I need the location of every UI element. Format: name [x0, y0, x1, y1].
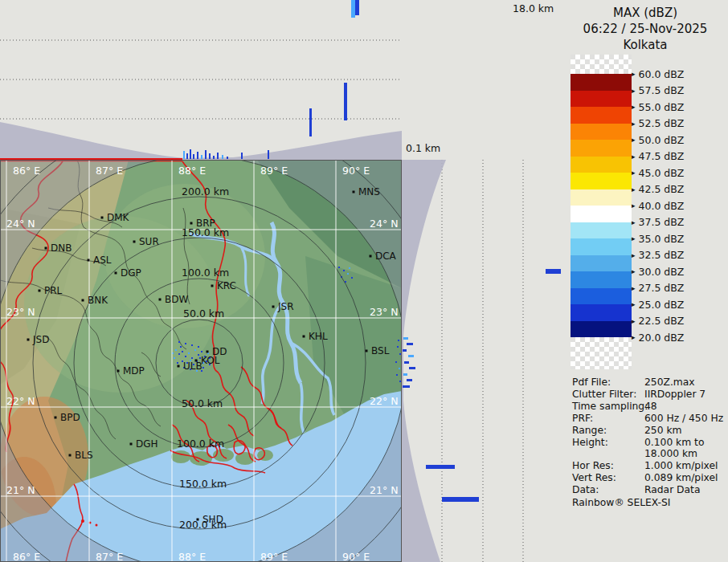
- tick-arrow-icon: ▸: [632, 284, 636, 292]
- city-dot: [133, 241, 136, 243]
- city-label: SUR: [139, 236, 159, 247]
- city-dot: [370, 255, 372, 258]
- colorbar-tick: ▸52.5 dBZ: [632, 117, 684, 130]
- metadata-row: Pdf File:250Z.max: [572, 377, 726, 389]
- colorbar-tick: ▸30.0 dBZ: [632, 265, 684, 278]
- colorbar-checker-bottom: [571, 337, 632, 369]
- city-label: ASL: [93, 255, 112, 266]
- city-dot: [272, 306, 275, 308]
- colorbar-band: [571, 304, 632, 321]
- longitude-label: 88° E: [178, 165, 206, 177]
- metadata-label: Height:: [572, 437, 644, 449]
- city-label: BPD: [60, 412, 80, 423]
- tick-arrow-icon: ▸: [632, 300, 636, 308]
- colorbar-checker-top: [571, 55, 632, 74]
- metadata-label: Data:: [572, 484, 644, 496]
- colorbar-band: [571, 288, 632, 305]
- city-label: JSD: [32, 334, 49, 345]
- colorbar-band: [571, 74, 632, 91]
- longitude-label: 87° E: [96, 165, 123, 177]
- tick-arrow-icon: ▸: [632, 333, 636, 341]
- tick-label: 37.5 dBZ: [639, 216, 685, 228]
- city-dot: [353, 191, 355, 193]
- longitude-label: 89° E: [260, 551, 288, 562]
- colorbar-tick: ▸20.0 dBZ: [632, 331, 684, 344]
- latitude-label: 21° N: [6, 484, 35, 496]
- city-dot: [115, 272, 117, 275]
- longitude-label: 89° E: [260, 165, 288, 177]
- tick-label: 55.0 dBZ: [639, 101, 685, 113]
- city-label: DGH: [136, 438, 158, 450]
- colorbar-band: [571, 206, 632, 222]
- metadata-label: Clutter Filter:: [572, 389, 644, 401]
- city-dot: [366, 350, 368, 352]
- metadata-row: Data:Radar Data: [572, 484, 726, 496]
- tick-arrow-icon: ▸: [632, 169, 636, 177]
- tick-arrow-icon: ▸: [632, 251, 636, 259]
- metadata-row: Range:250 km: [572, 425, 726, 437]
- latitude-label: 24° N: [6, 218, 35, 230]
- metadata-value: 250Z.max: [644, 377, 695, 389]
- city-label: KOL: [201, 355, 220, 366]
- metadata-value: 1.000 km/pixel: [644, 460, 718, 472]
- tick-arrow-icon: ▸: [632, 70, 636, 78]
- out-of-range-shade: [402, 160, 446, 562]
- city-label: KHL: [309, 331, 328, 342]
- city-dot: [88, 259, 90, 262]
- product-datetime: 06:22 / 25-Nov-2025: [562, 21, 728, 37]
- colorbar-band: [571, 222, 632, 239]
- tick-label: 60.0 dBZ: [639, 68, 685, 80]
- terrain-plains-2: [104, 184, 265, 328]
- range-ring-label: 150.0 km: [179, 478, 227, 490]
- colorbar-tick: ▸40.0 dBZ: [632, 199, 684, 212]
- side-height-profile-panel: [402, 160, 562, 562]
- metadata-label: Vert Res:: [572, 472, 644, 484]
- city-dot: [39, 290, 41, 292]
- metadata-label: Hor Res:: [572, 460, 644, 472]
- colorbar-tick: ▸22.5 dBZ: [632, 315, 684, 328]
- tick-label: 20.0 dBZ: [639, 332, 685, 344]
- tick-label: 25.0 dBZ: [639, 299, 685, 311]
- station-name: Kolkata: [562, 37, 728, 53]
- city-label: DNB: [51, 242, 72, 254]
- city-label: KRC: [217, 280, 236, 291]
- latitude-label: 21° N: [370, 484, 398, 496]
- colorbar-tick: ▸42.5 dBZ: [632, 183, 684, 196]
- metadata-value: 48: [644, 401, 657, 413]
- colorbar-tick: ▸25.0 dBZ: [632, 298, 684, 311]
- latitude-label: 24° N: [370, 218, 398, 230]
- range-ring-label: 100.0 km: [182, 267, 229, 279]
- colorbar-tick: ▸37.5 dBZ: [632, 216, 684, 229]
- metadata-row: Hor Res:1.000 km/pixel: [572, 460, 726, 472]
- radar-map-canvas[interactable]: 86° E86° E87° E87° E88° E88° E89° E89° E…: [0, 160, 402, 562]
- longitude-label: 87° E: [96, 551, 123, 562]
- longitude-label: 88° E: [178, 551, 206, 562]
- colorbar-band: [571, 271, 632, 288]
- city-label: JSR: [277, 301, 294, 312]
- city-dot: [82, 299, 84, 302]
- metadata-row: Clutter Filter:IIRDoppler 7: [572, 389, 726, 401]
- metadata-row: PRF:600 Hz / 450 Hz: [572, 413, 726, 425]
- dbz-colorbar: [571, 55, 632, 369]
- metadata-row: Vert Res:0.089 km/pixel: [572, 472, 726, 484]
- city-label: BLS: [75, 450, 93, 461]
- metadata-row: Time sampling:48: [572, 401, 726, 413]
- tick-label: 22.5 dBZ: [639, 315, 685, 327]
- longitude-label: 86° E: [13, 551, 40, 562]
- product-metadata: Pdf File:250Z.maxClutter Filter:IIRDoppl…: [572, 377, 726, 509]
- tick-label: 42.5 dBZ: [639, 183, 685, 195]
- colorbar-tick: ▸35.0 dBZ: [632, 232, 684, 245]
- colorbar-bands: [571, 74, 632, 337]
- colorbar-band: [571, 140, 632, 157]
- colorbar-tick: ▸32.5 dBZ: [632, 249, 684, 262]
- product-title: MAX (dBZ): [562, 5, 728, 21]
- tick-arrow-icon: ▸: [632, 317, 636, 325]
- range-ring-label: 50.0 km: [182, 397, 223, 409]
- city-dot: [55, 417, 57, 419]
- height-gridlines: [0, 40, 399, 119]
- colorbar-tick: ▸47.5 dBZ: [632, 150, 684, 163]
- tick-label: 30.0 dBZ: [639, 266, 685, 278]
- city-dot: [45, 247, 47, 250]
- colorbar-tick: ▸55.0 dBZ: [632, 100, 684, 113]
- metadata-label: Pdf File:: [572, 377, 644, 389]
